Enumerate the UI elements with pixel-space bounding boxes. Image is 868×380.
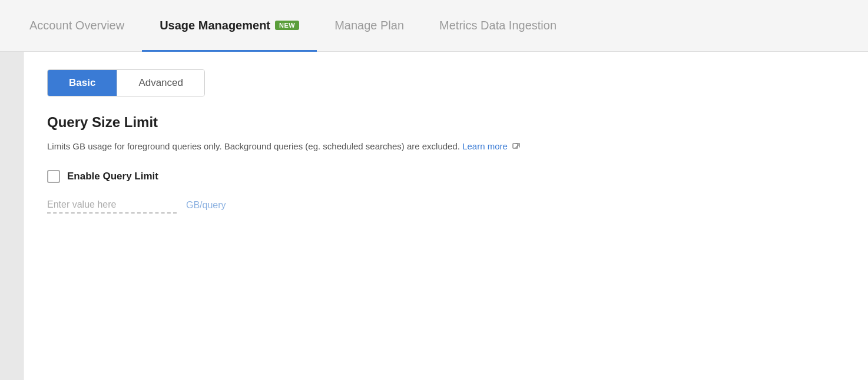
description-text: Limits GB usage for foreground queries o… [47, 141, 460, 151]
query-size-limit-section: Query Size Limit Limits GB usage for for… [47, 114, 844, 214]
value-input-row: GB/query [47, 197, 844, 214]
tab-usage-management[interactable]: Usage Management NEW [142, 1, 317, 52]
enable-query-limit-label: Enable Query Limit [67, 171, 158, 182]
tab-account-overview[interactable]: Account Overview [12, 1, 142, 52]
section-description: Limits GB usage for foreground queries o… [47, 140, 844, 154]
basic-toggle-button[interactable]: Basic [48, 70, 117, 96]
left-sidebar [0, 52, 24, 380]
enable-query-limit-checkbox[interactable] [47, 170, 60, 183]
section-title: Query Size Limit [47, 114, 844, 131]
top-navigation: Account Overview Usage Management NEW Ma… [0, 0, 868, 52]
query-limit-value-input[interactable] [47, 197, 177, 214]
tab-usage-management-label: Usage Management [160, 19, 270, 32]
advanced-toggle-button[interactable]: Advanced [117, 70, 204, 96]
tab-metrics-data-ingestion-label: Metrics Data Ingestion [439, 19, 556, 32]
external-link-icon [512, 143, 521, 151]
tab-account-overview-label: Account Overview [29, 19, 124, 32]
content-area: Basic Advanced Query Size Limit Limits G… [0, 52, 868, 380]
tab-manage-plan[interactable]: Manage Plan [317, 1, 422, 52]
view-toggle: Basic Advanced [47, 69, 205, 96]
tab-metrics-data-ingestion[interactable]: Metrics Data Ingestion [422, 1, 574, 52]
learn-more-link[interactable]: Learn more [462, 141, 508, 151]
svg-rect-0 [513, 144, 518, 148]
new-badge: NEW [275, 21, 299, 30]
main-content: Basic Advanced Query Size Limit Limits G… [24, 52, 868, 380]
enable-query-limit-row: Enable Query Limit [47, 170, 844, 183]
tab-manage-plan-label: Manage Plan [334, 19, 404, 32]
input-unit-label: GB/query [186, 200, 226, 211]
